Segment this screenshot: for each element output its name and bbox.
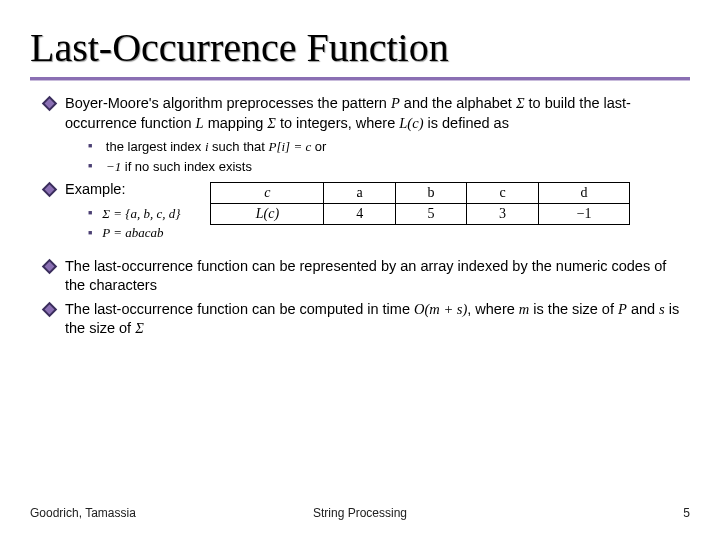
sub-item-1b: −1 if no such index exists: [88, 157, 682, 177]
bullet-3: The last-occurrence function can be repr…: [44, 257, 682, 296]
footer: Goodrich, Tamassia String Processing 5: [30, 506, 690, 520]
diamond-icon: [44, 184, 55, 195]
table-row-label: L(c): [211, 204, 324, 225]
table-header-d: d: [538, 183, 630, 204]
example-block: Example: Σ = {a, b, c, d} P = abacab c a…: [44, 180, 682, 247]
bullet-2: Example:: [44, 180, 180, 200]
diamond-icon: [44, 98, 55, 109]
bullet-3-text: The last-occurrence function can be repr…: [65, 257, 682, 296]
example-left: Example: Σ = {a, b, c, d} P = abacab: [44, 180, 180, 247]
footer-page-number: 5: [683, 506, 690, 520]
table-row: L(c) 4 5 3 −1: [211, 204, 630, 225]
table-header-c: c: [211, 183, 324, 204]
sub-list-1: the largest index i such that P[i] = c o…: [88, 137, 682, 176]
table-cell: 4: [324, 204, 395, 225]
table-header-c2: c: [467, 183, 538, 204]
bullet-4: The last-occurrence function can be comp…: [44, 300, 682, 339]
table-row: c a b c d: [211, 183, 630, 204]
bullet-4-text: The last-occurrence function can be comp…: [65, 300, 682, 339]
footer-title: String Processing: [313, 506, 407, 520]
last-occurrence-table: c a b c d L(c) 4 5 3 −1: [210, 182, 630, 225]
bullet-2-text: Example:: [65, 180, 125, 200]
diamond-icon: [44, 261, 55, 272]
slide-title: Last-Occurrence Function: [30, 24, 690, 71]
table-cell: −1: [538, 204, 630, 225]
table-cell: 3: [467, 204, 538, 225]
diamond-icon: [44, 304, 55, 315]
table-header-b: b: [395, 183, 466, 204]
sub-item-2b: P = abacab: [88, 223, 180, 243]
bullet-1-text: Boyer-Moore's algorithm preprocesses the…: [65, 94, 682, 133]
sub-list-2: Σ = {a, b, c, d} P = abacab: [88, 204, 180, 243]
sub-item-1a: the largest index i such that P[i] = c o…: [88, 137, 682, 157]
footer-authors: Goodrich, Tamassia: [30, 506, 136, 520]
table-header-a: a: [324, 183, 395, 204]
sub-item-2a: Σ = {a, b, c, d}: [88, 204, 180, 224]
title-rule: [30, 77, 690, 80]
slide-content: Boyer-Moore's algorithm preprocesses the…: [30, 94, 690, 339]
table-cell: 5: [395, 204, 466, 225]
bullet-1: Boyer-Moore's algorithm preprocesses the…: [44, 94, 682, 133]
